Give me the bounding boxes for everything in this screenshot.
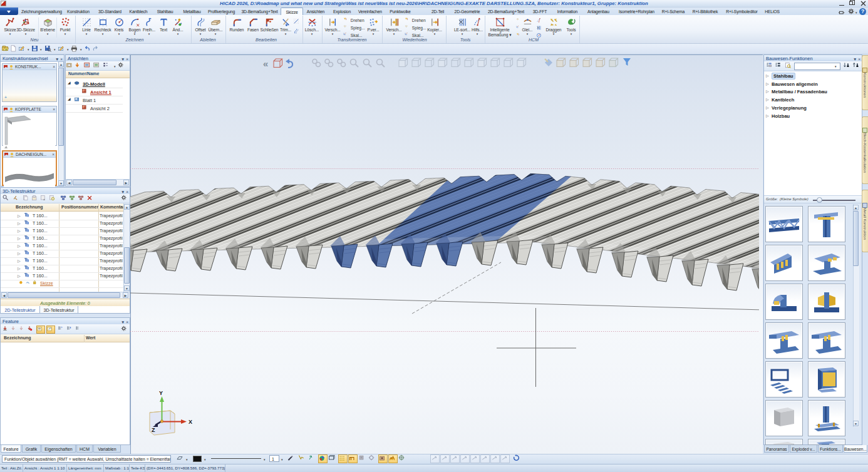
svg-text:X: X xyxy=(189,419,192,425)
svg-text:Y: Y xyxy=(159,390,163,396)
svg-text:«: « xyxy=(263,58,268,69)
svg-text:Z: Z xyxy=(152,427,155,433)
